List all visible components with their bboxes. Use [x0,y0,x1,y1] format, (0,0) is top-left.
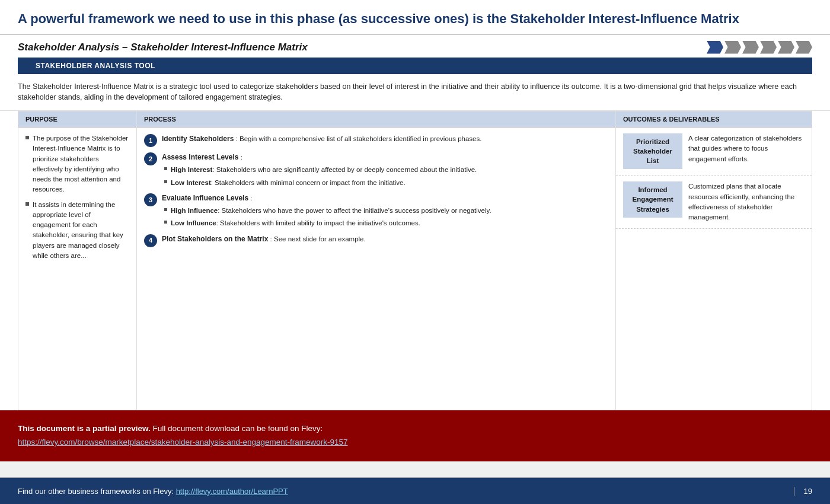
sub-bullet-icon [164,167,167,170]
purpose-body: The purpose of the Stakeholder Interest-… [18,127,136,272]
footer-text: Find our other business frameworks on Fl… [18,487,174,496]
outcomes-column: OUTCOMES & DELIVERABLES Prioritized Stak… [616,111,812,410]
chevron-5[interactable] [778,41,794,54]
preview-link-container[interactable]: https://flevy.com/browse/marketplace/sta… [18,436,812,449]
outcomes-header: OUTCOMES & DELIVERABLES [616,111,812,127]
main-content: A powerful framework we need to use in t… [0,0,830,478]
step-2-sub-2-text: : Stakeholders with minimal concern or i… [211,179,406,186]
step-circle-2: 2 [144,152,157,165]
footer-page-number: 19 [794,487,812,496]
process-step-2: 2 Assess Interest Levels : High Interest… [144,152,608,188]
outcome-label-2: Informed Engagement Strategies [623,181,682,217]
chevron-4[interactable] [760,41,777,54]
tool-header-label: STAKEHOLDER ANALYSIS TOOL [36,62,155,70]
chevrons-nav [707,41,812,54]
step-2-content: Assess Interest Levels : High Interest: … [162,152,608,188]
description-section: The Stakeholder Interest-Influence Matri… [0,74,830,111]
step-1-title: Identify Stakeholders [162,135,234,143]
step-circle-4: 4 [144,234,157,247]
chevron-6[interactable] [796,41,812,54]
purpose-header: PURPOSE [18,111,136,127]
tool-header-bar: STAKEHOLDER ANALYSIS TOOL [18,58,812,74]
step-3-sub-2-label: Low Influence [171,219,216,227]
footer: Find our other business frameworks on Fl… [0,478,830,504]
outcome-desc-2: Customized plans that allocate resources… [688,181,805,222]
preview-bold-prefix: This document is a partial preview. [18,424,151,433]
step-3-sub-1-label: High Influence [171,207,218,214]
preview-text: Full document download can be found on F… [153,424,323,433]
step-3-title: Evaluate Influence Levels [162,194,248,202]
step-3-content: Evaluate Influence Levels : High Influen… [162,193,608,229]
white-bar [0,461,830,478]
bullet-icon-2 [25,202,29,206]
outcome-item-2: Informed Engagement Strategies Customize… [616,176,812,229]
purpose-bullet-2: It assists in determining the appropriat… [25,200,129,261]
purpose-bullet-2-text: It assists in determining the appropriat… [33,200,129,261]
sub-bullet-icon-4 [164,221,167,224]
chevron-2[interactable] [724,41,741,54]
process-step-4: 4 Plot Stakeholders on the Matrix : See … [144,234,608,247]
three-columns: PURPOSE The purpose of the Stakeholder I… [18,111,812,410]
step-3-sub-2-text: : Stakeholders with limited ability to i… [216,219,420,227]
preview-text-line-1: This document is a partial preview. Full… [18,422,812,436]
step-3-sub-2: Low Influence: Stakeholders with limited… [164,218,608,228]
description-text: The Stakeholder Interest-Influence Matri… [18,82,797,102]
subtitle: Stakeholder Analysis – Stakeholder Inter… [18,42,308,53]
step-4-content: Plot Stakeholders on the Matrix : See ne… [162,234,608,244]
sub-bullet-icon-2 [164,180,167,183]
outcome-item-1: Prioritized Stakeholder List A clear cat… [616,127,812,176]
process-body: 1 Identify Stakeholders : Begin with a c… [137,127,615,258]
sub-bullet-icon-3 [164,208,167,211]
process-step-3: 3 Evaluate Influence Levels : High Influ… [144,193,608,229]
step-3-sub-1-text: : Stakeholders who have the power to aff… [218,207,491,214]
step-2-sub-2-label: Low Interest [171,179,211,186]
step-2-sub-1-text: : Stakeholders who are significantly aff… [212,166,477,173]
chevron-3[interactable] [742,41,759,54]
outcome-label-1: Prioritized Stakeholder List [623,133,682,169]
preview-banner: This document is a partial preview. Full… [0,410,830,461]
process-header: PROCESS [137,111,615,127]
bullet-icon-1 [25,136,29,139]
step-circle-3: 3 [144,193,157,206]
step-1-content: Identify Stakeholders : Begin with a com… [162,133,608,144]
outcome-desc-1: A clear categorization of stakeholders t… [688,133,805,164]
step-2-sub-2: Low Interest: Stakeholders with minimal … [164,178,608,188]
purpose-bullet-1-text: The purpose of the Stakeholder Interest-… [33,133,129,195]
step-2-intro: : [241,154,242,161]
step-2-sub-1-label: High Interest [171,166,212,173]
chevron-1[interactable] [707,41,723,54]
subtitle-row: Stakeholder Analysis – Stakeholder Inter… [0,35,830,58]
step-2-title: Assess Interest Levels [162,153,238,161]
footer-link[interactable]: http://flevy.com/author/LearnPPT [176,487,288,496]
title-section: A powerful framework we need to use in t… [0,0,830,35]
process-column: PROCESS 1 Identify Stakeholders : Begin … [137,111,616,410]
purpose-bullet-1: The purpose of the Stakeholder Interest-… [25,133,129,195]
step-3-intro: : [250,194,252,202]
main-title: A powerful framework we need to use in t… [18,11,812,28]
step-4-intro: : See next slide for an example. [270,235,366,243]
step-3-sub-1: High Influence: Stakeholders who have th… [164,206,608,216]
step-1-intro: : Begin with a comprehensive list of all… [236,135,482,142]
step-circle-1: 1 [144,134,157,147]
process-step-1: 1 Identify Stakeholders : Begin with a c… [144,133,608,147]
preview-link[interactable]: https://flevy.com/browse/marketplace/sta… [18,438,348,446]
step-2-sub-1: High Interest: Stakeholders who are sign… [164,165,608,175]
step-4-title: Plot Stakeholders on the Matrix [162,235,268,243]
purpose-column: PURPOSE The purpose of the Stakeholder I… [18,111,137,410]
footer-text-container: Find our other business frameworks on Fl… [18,487,288,496]
